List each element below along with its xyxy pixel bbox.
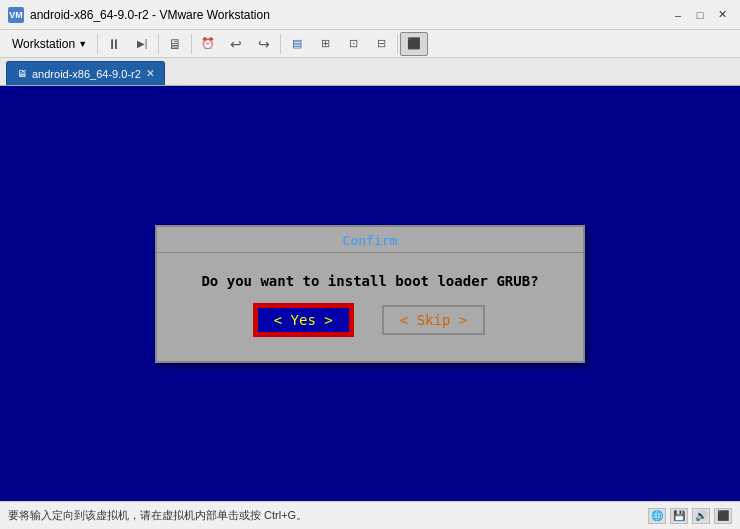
vm-display[interactable]: Confirm Do you want to install boot load… bbox=[0, 86, 740, 501]
title-bar-left: VM android-x86_64-9.0-r2 - VMware Workst… bbox=[8, 7, 270, 23]
toolbar-play[interactable]: ▶| bbox=[128, 32, 156, 56]
vmware-icon: VM bbox=[8, 7, 24, 23]
yes-button[interactable]: < Yes > bbox=[255, 305, 352, 335]
toolbar-snapshots[interactable]: ⏰ bbox=[194, 32, 222, 56]
window-title: android-x86_64-9.0-r2 - VMware Workstati… bbox=[30, 8, 270, 22]
toolbar-vm[interactable]: 🖥 bbox=[161, 32, 189, 56]
minimize-button[interactable]: – bbox=[668, 5, 688, 25]
yes-button-label: < Yes > bbox=[274, 312, 333, 328]
maximize-button[interactable]: □ bbox=[690, 5, 710, 25]
toolbar-view4[interactable]: ⊟ bbox=[367, 32, 395, 56]
tabs-bar: 🖥 android-x86_64-9.0-r2 ✕ bbox=[0, 58, 740, 86]
menu-separator-2 bbox=[158, 34, 159, 54]
toolbar-pause[interactable]: ⏸ bbox=[100, 32, 128, 56]
dropdown-arrow: ▼ bbox=[78, 39, 87, 49]
title-bar: VM android-x86_64-9.0-r2 - VMware Workst… bbox=[0, 0, 740, 30]
tab-icon: 🖥 bbox=[17, 68, 27, 79]
extra-status-icon[interactable]: ⬛ bbox=[714, 508, 732, 524]
tab-label: android-x86_64-9.0-r2 bbox=[32, 68, 141, 80]
close-button[interactable]: ✕ bbox=[712, 5, 732, 25]
skip-button[interactable]: < Skip > bbox=[382, 305, 485, 335]
toolbar-view2[interactable]: ⊞ bbox=[311, 32, 339, 56]
confirm-dialog: Confirm Do you want to install boot load… bbox=[155, 225, 585, 363]
vm-tab[interactable]: 🖥 android-x86_64-9.0-r2 ✕ bbox=[6, 61, 165, 85]
menu-separator-4 bbox=[280, 34, 281, 54]
window-controls: – □ ✕ bbox=[668, 5, 732, 25]
menu-separator-5 bbox=[397, 34, 398, 54]
menu-separator-3 bbox=[191, 34, 192, 54]
status-message: 要将输入定向到该虚拟机，请在虚拟机内部单击或按 Ctrl+G。 bbox=[8, 508, 307, 523]
dialog-body: Do you want to install boot loader GRUB?… bbox=[157, 253, 583, 361]
status-bar: 要将输入定向到该虚拟机，请在虚拟机内部单击或按 Ctrl+G。 🌐 💾 🔊 ⬛ bbox=[0, 501, 740, 529]
workstation-label: Workstation bbox=[12, 37, 75, 51]
dialog-question: Do you want to install boot loader GRUB? bbox=[187, 273, 553, 289]
dialog-title: Confirm bbox=[157, 227, 583, 253]
workstation-menu[interactable]: Workstation ▼ bbox=[4, 33, 95, 55]
audio-status-icon[interactable]: 🔊 bbox=[692, 508, 710, 524]
toolbar-view1[interactable]: ▤ bbox=[283, 32, 311, 56]
toolbar-view3[interactable]: ⊡ bbox=[339, 32, 367, 56]
menu-separator-1 bbox=[97, 34, 98, 54]
status-icons: 🌐 💾 🔊 ⬛ bbox=[648, 508, 732, 524]
storage-status-icon[interactable]: 💾 bbox=[670, 508, 688, 524]
toolbar-fullscreen[interactable]: ⬛ bbox=[400, 32, 428, 56]
skip-button-label: < Skip > bbox=[400, 312, 467, 328]
dialog-buttons: < Yes > < Skip > bbox=[187, 305, 553, 345]
network-status-icon[interactable]: 🌐 bbox=[648, 508, 666, 524]
menu-bar: Workstation ▼ ⏸ ▶| 🖥 ⏰ ↩ ↪ ▤ ⊞ ⊡ ⊟ ⬛ bbox=[0, 30, 740, 58]
toolbar-revert[interactable]: ↩ bbox=[222, 32, 250, 56]
toolbar-forward[interactable]: ↪ bbox=[250, 32, 278, 56]
tab-close-button[interactable]: ✕ bbox=[146, 68, 154, 79]
